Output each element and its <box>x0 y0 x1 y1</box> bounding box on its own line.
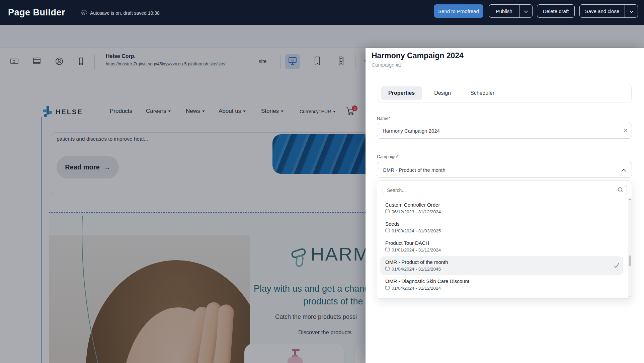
cloud-check-icon <box>81 10 87 16</box>
scroll-up-icon[interactable]: ▲ <box>628 198 632 200</box>
panel-tabs: Properties Design Scheduler <box>378 84 632 102</box>
calendar-icon <box>385 228 390 233</box>
app-title: Page Builder <box>8 7 65 18</box>
chevron-down-icon <box>629 8 634 14</box>
calendar-icon <box>385 266 390 272</box>
save-and-close-button-group: Save and close <box>579 4 638 18</box>
chevron-down-icon <box>524 8 528 14</box>
save-and-close-button[interactable]: Save and close <box>580 5 625 17</box>
name-field-label: Name* <box>377 116 390 121</box>
search-input[interactable] <box>383 185 627 195</box>
send-to-proofread-button[interactable]: Send to Proofread <box>434 4 483 18</box>
campaign-option-selected[interactable]: OMR - Product of the month 01/04/2024 - … <box>380 256 623 275</box>
delete-draft-button[interactable]: Delete draft <box>537 4 575 18</box>
tab-scheduler[interactable]: Scheduler <box>463 86 502 100</box>
panel-title: Harmony Campaign 2024 <box>372 51 464 60</box>
campaign-select-value: OMR - Product of the month <box>383 167 446 173</box>
save-dropdown-button[interactable] <box>625 5 638 17</box>
campaign-option[interactable]: Custom Controller Order 06/12/2023 - 31/… <box>380 199 623 218</box>
dropdown-scrollbar[interactable]: ▲ ▼ <box>628 197 632 298</box>
campaign-properties-panel: Harmony Campaign 2024 Campaign #1 Proper… <box>366 48 644 363</box>
name-input[interactable] <box>377 123 632 139</box>
scrollbar-thumb[interactable] <box>629 256 631 266</box>
campaign-field-label: Campaign* <box>377 154 398 159</box>
panel-subtitle: Campaign #1 <box>372 62 401 68</box>
campaign-option[interactable]: OMR - Diagnostic Skin Care Discount 01/0… <box>380 275 623 294</box>
app-root: HELSE Products Careers News About us Sto… <box>0 0 644 363</box>
tab-design[interactable]: Design <box>427 86 458 100</box>
clear-name-icon[interactable] <box>623 128 628 134</box>
calendar-icon <box>385 247 390 252</box>
app-topbar: Page Builder Autosave is on, draft saved… <box>0 0 644 25</box>
publish-button[interactable]: Publish <box>489 5 519 17</box>
tab-properties[interactable]: Properties <box>381 86 422 100</box>
campaign-option[interactable]: Product Tour DACH 01/01/2024 - 31/12/202… <box>380 237 623 256</box>
calendar-icon <box>385 285 390 291</box>
panel-divider <box>366 72 644 72</box>
campaign-option[interactable]: Seeds 01/03/2024 - 31/03/2025 <box>380 218 623 237</box>
chevron-up-icon <box>621 167 626 173</box>
publish-button-group: Publish <box>489 4 533 18</box>
scroll-down-icon[interactable]: ▼ <box>628 295 632 297</box>
campaign-select[interactable]: OMR - Product of the month <box>377 162 632 178</box>
autosave-status: Autosave is on, draft saved 10:38 <box>81 10 160 16</box>
publish-dropdown-button[interactable] <box>519 5 532 17</box>
check-icon <box>614 263 620 270</box>
campaign-dropdown: Custom Controller Order 06/12/2023 - 31/… <box>377 180 632 299</box>
autosave-text: Autosave is on, draft saved 10:38 <box>90 10 160 16</box>
calendar-icon <box>385 209 390 214</box>
search-icon <box>618 187 624 194</box>
